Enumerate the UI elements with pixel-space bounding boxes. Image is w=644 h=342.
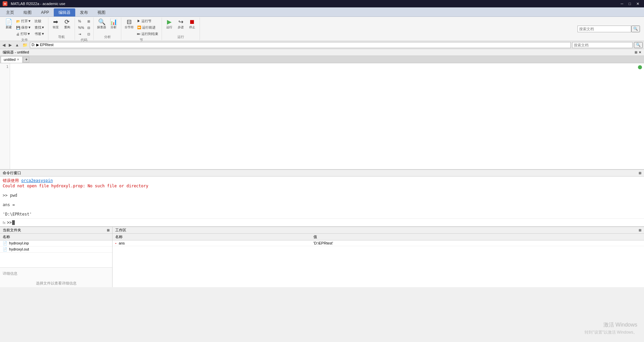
tab-app[interactable]: APP: [36, 8, 54, 16]
addressbar: ◀ ▶ ▲ 📁 D: ▶ EPRtest 🔍: [0, 41, 644, 49]
step-button[interactable]: ↪ 步进: [175, 18, 186, 30]
new-tab-button[interactable]: +: [23, 56, 29, 63]
ws-col-name: 名称: [113, 234, 311, 240]
reformat-label: 重构: [64, 25, 70, 30]
cmd-input-row: fx >>: [0, 218, 644, 226]
code-toggle2[interactable]: ⊟: [86, 25, 91, 31]
run-button[interactable]: ▶ 运行: [164, 18, 175, 30]
code-toggle1[interactable]: ⊞: [86, 18, 91, 24]
save-icon: 💾: [16, 26, 20, 30]
step-icon: ↪: [178, 19, 183, 25]
cmd-error-line1: 错误使用 orca2easyspin: [3, 178, 641, 184]
section-break-icon: ⊟: [127, 19, 132, 25]
cmd-header-title: 命令行窗口: [3, 170, 21, 176]
editor-header-title: 编辑器 - untitled: [3, 50, 29, 55]
code-group-label: 代码: [77, 37, 92, 42]
details-hint: 选择文件以查看详细信息: [0, 279, 112, 287]
percent2-btn[interactable]: %%: [77, 25, 86, 31]
orca2easyspin-link[interactable]: orca2easyspin: [21, 178, 53, 183]
recent-files-content: 名称 📄 hydroxyl.inp 📄 hydroxyl.out: [0, 234, 112, 267]
stop-icon: ⏹: [189, 19, 195, 25]
new-label: 新建: [6, 25, 12, 30]
workspace-panel: 工作区 ⊞ 名称 值 ▪ ans 'D:\EPRtes: [113, 227, 644, 287]
doc-search-button[interactable]: 🔍: [634, 42, 643, 48]
section-break-label: 分节符: [125, 25, 134, 30]
goto-button[interactable]: ➡ 转至: [50, 18, 61, 30]
tab-view[interactable]: 视图: [93, 8, 110, 16]
minimize-button[interactable]: ─: [619, 0, 626, 7]
editor-close-button[interactable]: ✕: [639, 50, 641, 54]
tab-draw[interactable]: 绘图: [19, 8, 36, 16]
editor-expand-button[interactable]: ⊞: [635, 50, 637, 54]
editor-area: 1: [0, 63, 644, 169]
reformat-button[interactable]: ⟳ 重构: [62, 18, 73, 30]
run-label: 运行: [166, 25, 172, 30]
forward-button[interactable]: ▶: [8, 42, 13, 48]
new-icon: 📄: [5, 19, 12, 25]
tab-close-button[interactable]: ✕: [17, 58, 19, 61]
up-button[interactable]: ▲: [14, 42, 20, 48]
analyze-icon: 📊: [110, 19, 117, 25]
print-button[interactable]: 🖨 打印▼: [15, 31, 33, 37]
print-icon: 🖨: [16, 32, 19, 36]
recent-files-title: 当前文件夹: [3, 228, 21, 233]
compare-button[interactable]: 比较: [33, 18, 46, 24]
cmd-content[interactable]: 错误使用 orca2easyspin Could not open file h…: [0, 177, 644, 218]
cmd-expand-button[interactable]: ⊞: [639, 171, 641, 175]
run-group-label: 运行: [164, 34, 198, 39]
percent-btn[interactable]: %: [77, 18, 86, 24]
folder-button[interactable]: 📁: [22, 42, 29, 48]
analysis-group-label: 分析: [96, 34, 119, 39]
var-icon-1: ▪: [115, 241, 117, 245]
analyze-label: 分析: [111, 25, 117, 30]
details-label: 详细信息: [3, 271, 17, 276]
details-panel: 详细信息: [0, 267, 112, 279]
cmd-ans-label: ans =: [3, 202, 641, 207]
stop-label: 停止: [189, 25, 195, 30]
file-row-2[interactable]: 📄 hydroxyl.out: [0, 246, 112, 253]
tab-publish[interactable]: 发布: [75, 8, 93, 16]
search-button[interactable]: 🔍: [631, 26, 640, 32]
open-button[interactable]: 📂 打开▼: [15, 18, 33, 24]
maximize-button[interactable]: □: [627, 0, 633, 7]
bookmark-button[interactable]: 书签▼: [33, 31, 46, 37]
back-button[interactable]: ◀: [1, 42, 6, 48]
search-input[interactable]: [577, 26, 631, 32]
open-icon: 📂: [16, 20, 20, 23]
profiler-icon: 🔍: [98, 19, 105, 25]
ribbon-group-nav: ➡ 转至 ⟳ 重构 导航: [48, 17, 75, 40]
profiler-label: 探查器: [97, 25, 106, 30]
analyze-button[interactable]: 📊 分析: [108, 18, 119, 30]
code-toggle3[interactable]: ⊡: [86, 31, 91, 37]
stop-button[interactable]: ⏹ 停止: [187, 18, 198, 30]
recent-files-panel: 当前文件夹 ⊞ 名称 📄 hydroxyl.inp: [0, 227, 113, 287]
editor-header: 编辑器 - untitled ⊞ ✕: [0, 49, 644, 56]
address-path[interactable]: D: ▶ EPRtest: [30, 42, 571, 48]
new-button[interactable]: 📄 新建: [3, 18, 14, 30]
run-end-btn[interactable]: ⏭ 运行到结束: [136, 31, 160, 37]
find-button[interactable]: 查找▼: [33, 25, 46, 31]
cmd-pwd-command: >> pwd: [3, 193, 641, 198]
save-button[interactable]: 💾 保存▼: [15, 25, 33, 31]
section-break-button[interactable]: ⊟ 分节符: [123, 18, 135, 30]
close-button[interactable]: ✕: [634, 0, 641, 7]
workspace-menu[interactable]: ⊞: [639, 228, 641, 232]
cmd-error-line2: Could not open file hydroxyl.prop: No su…: [3, 184, 641, 188]
tab-editor[interactable]: 编辑器: [54, 8, 75, 16]
ribbon-group-section: ⊟ 分节符 ▶ 运行节 ⏩ 运行前进 ⏭ 运行到结束 节: [121, 17, 162, 40]
line-numbers: 1: [0, 63, 10, 169]
code-editor[interactable]: [10, 63, 644, 169]
run-section-btn[interactable]: ▶ 运行节: [136, 18, 160, 24]
editor-tab-untitled[interactable]: untitled ✕: [1, 56, 23, 63]
var-row-1[interactable]: ▪ ans 'D:\EPRtest': [113, 240, 644, 246]
recent-files-menu[interactable]: ⊞: [107, 228, 110, 232]
tab-home[interactable]: 主页: [1, 8, 19, 16]
run-advance-btn[interactable]: ⏩ 运行前进: [136, 25, 160, 31]
doc-search-input[interactable]: [572, 42, 633, 48]
file-row-1[interactable]: 📄 hydroxyl.inp: [0, 240, 112, 246]
section-group-label: 节: [123, 37, 160, 42]
cmd-ans-value: 'D:\EPRtest': [3, 212, 641, 217]
profiler-button[interactable]: 🔍 探查器: [96, 18, 108, 30]
indent-btn[interactable]: ⇥: [77, 31, 86, 37]
var-name-1: ▪ ans: [113, 240, 311, 246]
